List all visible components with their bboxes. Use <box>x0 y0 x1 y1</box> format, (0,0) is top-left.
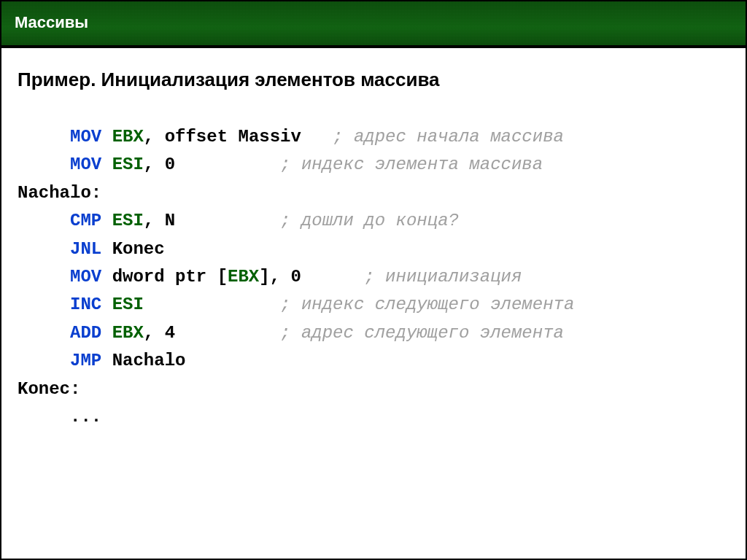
slide-title: Массивы <box>15 13 88 31</box>
code-line: ... <box>18 407 101 427</box>
slide: Массивы Пример. Инициализация элементов … <box>0 0 747 560</box>
code-line: MOV dword ptr [EBX], 0 ; инициализация <box>18 267 522 287</box>
code-line: MOV ESI, 0 ; индекс элемента массива <box>18 155 543 174</box>
code-line: JNL Konec <box>18 239 165 259</box>
code-line: ADD EBX, 4 ; адрес следующего элемента <box>18 323 564 343</box>
slide-subtitle: Пример. Инициализация элементов массива <box>18 69 729 91</box>
code-line: JMP Nachalo <box>18 351 185 370</box>
code-block: MOV EBX, offset Massiv ; адрес начала ма… <box>18 123 729 431</box>
code-line: CMP ESI, N ; дошли до конца? <box>18 211 459 230</box>
code-line: INC ESI ; индекс следующего элемента <box>18 295 574 314</box>
code-line: Konec: <box>18 379 80 399</box>
code-line: MOV EBX, offset Massiv ; адрес начала ма… <box>18 127 564 147</box>
code-line: Nachalo: <box>18 183 101 203</box>
slide-header: Массивы <box>1 1 746 48</box>
slide-content: Пример. Инициализация элементов массива … <box>1 48 746 559</box>
